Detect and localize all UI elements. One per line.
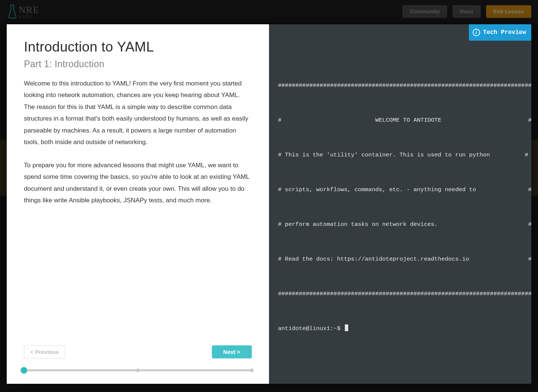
previous-button[interactable]: < Previous	[24, 345, 65, 358]
terminal-line: # This is the 'utility' container. This …	[278, 149, 522, 161]
terminal-line: # Read the docs: https://antidoteproject…	[278, 253, 522, 265]
terminal-line: ########################################…	[278, 80, 522, 91]
lesson-subtitle: Part 1: Introduction	[24, 59, 252, 69]
logo-main-text: NRE	[19, 4, 39, 15]
tech-preview-label: Tech Preview	[483, 27, 526, 38]
terminal-line: ########################################…	[278, 288, 522, 300]
next-button[interactable]: Next >	[212, 345, 252, 358]
flask-icon	[7, 4, 18, 19]
docs-button[interactable]: Docs	[452, 5, 480, 18]
terminal-prompt: antidote@linux1:~$	[278, 325, 344, 332]
terminal-prompt-line[interactable]: antidote@linux1:~$	[278, 323, 522, 335]
lesson-content-panel: Introduction to YAML Part 1: Introductio…	[7, 24, 269, 384]
logo: NRE LABS	[7, 4, 39, 19]
header-buttons: Community Docs Exit Lesson	[402, 5, 531, 18]
exit-lesson-button[interactable]: Exit Lesson	[486, 5, 531, 18]
terminal-panel[interactable]: i Tech Preview #########################…	[269, 24, 531, 384]
top-header: NRE LABS Community Docs Exit Lesson	[0, 0, 538, 23]
cursor-icon	[345, 324, 348, 331]
progress-step-1[interactable]	[21, 367, 27, 374]
nav-row: < Previous Next >	[24, 345, 252, 358]
lesson-paragraph: To prepare you for more advanced lessons…	[24, 159, 252, 206]
progress-bar[interactable]	[24, 367, 252, 373]
progress-step-3[interactable]	[250, 368, 254, 372]
terminal-line: # perform automation tasks on network de…	[278, 219, 522, 230]
lesson-title: Introduction to YAML	[24, 39, 252, 55]
terminal-line: # scripts, workflows, commands, etc. - a…	[278, 184, 522, 196]
info-icon: i	[473, 29, 480, 36]
terminal-line: # WELCOME TO ANTIDOTE #	[278, 115, 522, 126]
lesson-modal: Introduction to YAML Part 1: Introductio…	[7, 24, 531, 384]
progress-step-2[interactable]	[136, 368, 140, 372]
lesson-paragraph: Welcome to this introduction to YAML! Fr…	[24, 78, 252, 148]
lesson-body: Welcome to this introduction to YAML! Fr…	[24, 78, 252, 217]
community-button[interactable]: Community	[402, 5, 447, 18]
tech-preview-badge[interactable]: i Tech Preview	[469, 24, 531, 41]
